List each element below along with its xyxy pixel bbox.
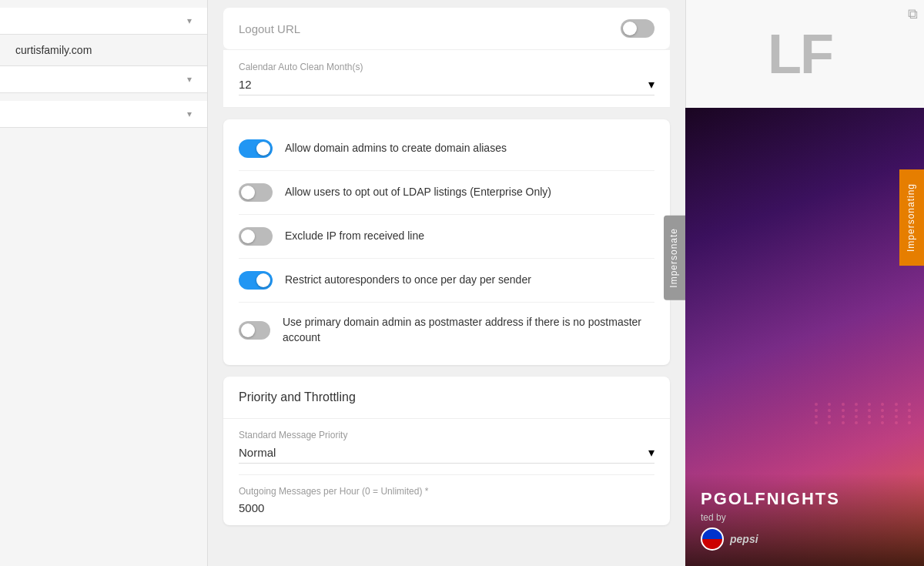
toggle-postmaster[interactable]: [239, 321, 270, 340]
dot: [855, 415, 858, 418]
priority-throttling-title: Priority and Throttling: [223, 377, 670, 419]
chevron-down-icon-2: ▾: [187, 74, 192, 85]
logout-url-slider: [621, 19, 654, 38]
dot: [828, 421, 831, 424]
pepsi-circle-icon: [701, 527, 724, 551]
ad-title-main: NIGHTS: [767, 489, 840, 508]
right-panel: LF ⧉ PGOLFNIGHTS t: [685, 0, 924, 566]
toggle-autoresponders-label: Restrict autoresponders to once per day …: [285, 273, 531, 288]
pepsi-name-text: pepsi: [730, 533, 758, 545]
toggle-row-autoresponders: Restrict autoresponders to once per day …: [239, 259, 654, 303]
sidebar-domain-label: curtisfamily.com: [15, 44, 92, 56]
logout-url-label: Logout URL: [239, 22, 300, 35]
main-layout: ▾ curtisfamily.com ▾ ▾ Logout URL Calend…: [0, 0, 924, 566]
dots-grid: [808, 397, 924, 430]
dot: [828, 403, 831, 406]
toggle-ldap-opt-out-label: Allow users to opt out of LDAP listings …: [285, 185, 551, 200]
toggle-exclude-ip-slider: [239, 227, 273, 246]
dot: [815, 403, 818, 406]
ad-overlay: PGOLFNIGHTS ted by pepsi: [685, 474, 924, 566]
toggle-domain-aliases-slider: [239, 139, 273, 158]
calendar-select[interactable]: 12 ▾: [239, 77, 654, 95]
standard-priority-label: Standard Message Priority: [239, 430, 654, 440]
dot: [815, 409, 818, 412]
toggle-exclude-ip[interactable]: [239, 227, 273, 246]
calendar-value: 12: [239, 78, 252, 91]
standard-priority-select[interactable]: Normal ▾: [239, 445, 654, 464]
dot: [842, 403, 845, 406]
dot: [895, 415, 898, 418]
toggle-ldap-opt-out-slider: [239, 183, 273, 202]
right-panel-top: LF ⧉: [685, 0, 924, 108]
dot: [855, 409, 858, 412]
impersonate-button[interactable]: Impersonate: [664, 216, 685, 300]
toggle-domain-aliases-label: Allow domain admins to create domain ali…: [285, 141, 507, 156]
priority-body: Standard Message Priority Normal ▾ Outgo…: [223, 419, 670, 525]
chevron-down-icon-3: ▾: [187, 109, 192, 119]
ad-title: PGOLFNIGHTS: [701, 489, 909, 509]
pepsi-logo: pepsi: [701, 527, 909, 551]
dot: [881, 403, 884, 406]
toggle-ldap-opt-out[interactable]: [239, 183, 273, 202]
dot: [828, 409, 831, 412]
dot: [842, 415, 845, 418]
dot: [868, 421, 871, 424]
impersonating-tab[interactable]: Impersonating: [899, 169, 924, 266]
priority-throttling-card: Priority and Throttling Standard Message…: [223, 377, 670, 525]
ad-subtitle-text: ted by: [701, 512, 726, 523]
dot: [895, 421, 898, 424]
dot: [881, 409, 884, 412]
toggle-autoresponders-slider: [239, 271, 273, 290]
standard-priority-chevron-icon: ▾: [648, 445, 654, 460]
toggle-row-domain-aliases: Allow domain admins to create domain ali…: [239, 127, 654, 171]
dots-pattern: [808, 397, 924, 474]
logo-text: LF: [768, 22, 832, 85]
toggle-exclude-ip-label: Exclude IP from received line: [285, 229, 424, 244]
ad-title-prefix: PGOLF: [701, 489, 767, 508]
dot: [842, 421, 845, 424]
outgoing-messages-value: 5000: [239, 501, 654, 514]
outgoing-messages-label: Outgoing Messages per Hour (0 = Unlimite…: [239, 486, 654, 497]
calendar-chevron-icon: ▾: [648, 77, 654, 92]
standard-priority-value: Normal: [239, 446, 276, 459]
dot: [815, 415, 818, 418]
dot: [881, 421, 884, 424]
sidebar-dropdown-2[interactable]: ▾: [0, 66, 207, 93]
toggle-postmaster-slider: [239, 321, 270, 340]
toggle-postmaster-label: Use primary domain admin as postmaster a…: [283, 315, 654, 345]
toggle-autoresponders[interactable]: [239, 271, 273, 290]
dot: [855, 421, 858, 424]
dot: [868, 415, 871, 418]
dot: [895, 409, 898, 412]
sidebar-item-domain[interactable]: curtisfamily.com: [0, 35, 207, 66]
dot: [895, 403, 898, 406]
dot: [828, 415, 831, 418]
sidebar-dropdown-1[interactable]: ▾: [0, 8, 207, 35]
dot: [868, 403, 871, 406]
toggle-row-exclude-ip: Exclude IP from received line: [239, 215, 654, 259]
ad-subtitle: ted by: [701, 512, 909, 523]
calendar-label: Calendar Auto Clean Month(s): [239, 62, 654, 72]
calendar-section: Calendar Auto Clean Month(s) 12 ▾: [223, 50, 670, 108]
dot: [815, 421, 818, 424]
standard-message-priority-field: Standard Message Priority Normal ▾: [239, 419, 654, 475]
left-sidebar: ▾ curtisfamily.com ▾ ▾: [0, 0, 208, 566]
toggle-domain-aliases[interactable]: [239, 139, 273, 158]
toggle-row-postmaster: Use primary domain admin as postmaster a…: [239, 303, 654, 357]
chevron-down-icon-1: ▾: [187, 15, 192, 26]
dot: [842, 409, 845, 412]
logout-url-section: Logout URL: [223, 8, 670, 50]
external-link-icon[interactable]: ⧉: [908, 6, 918, 22]
logo-area: LF: [692, 6, 908, 102]
dot: [908, 415, 911, 418]
logout-url-toggle[interactable]: [621, 19, 654, 38]
toggles-card: Allow domain admins to create domain ali…: [223, 119, 670, 365]
dot: [868, 409, 871, 412]
dot: [881, 415, 884, 418]
sidebar-dropdown-3[interactable]: ▾: [0, 101, 207, 128]
dot: [855, 403, 858, 406]
main-content: Logout URL Calendar Auto Clean Month(s) …: [208, 0, 685, 566]
toggle-row-ldap-opt-out: Allow users to opt out of LDAP listings …: [239, 171, 654, 215]
dot: [908, 403, 911, 406]
outgoing-messages-field: Outgoing Messages per Hour (0 = Unlimite…: [239, 475, 654, 525]
